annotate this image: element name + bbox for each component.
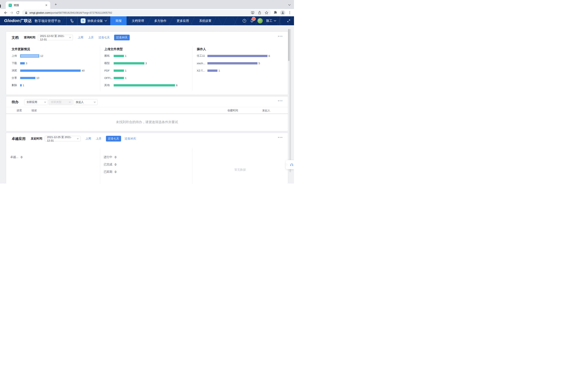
caret-down-icon [69, 37, 71, 38]
platform-title: 数字项目管理平台 [35, 19, 61, 23]
reload-button[interactable] [15, 9, 21, 16]
quick-link-last-month[interactable]: 上月 [88, 36, 94, 39]
column-header-progress: 进度 [17, 109, 22, 112]
browser-profile-avatar[interactable] [280, 10, 285, 15]
notifications-button[interactable]: 3 [250, 19, 254, 23]
app-switcher[interactable]: 协筑企业版 [77, 16, 110, 25]
share-icon[interactable] [258, 11, 261, 15]
url-domain: xmgl.glodon.com [29, 11, 50, 14]
status-value: 0 [115, 170, 116, 174]
initiate-time-label: 发起时间 [31, 137, 42, 141]
date-range-select[interactable]: 2021-12-25 至 2021-12-31 [45, 136, 81, 142]
quick-link-last-week[interactable]: 上周 [86, 137, 91, 141]
bar-label: 浏览 [12, 69, 20, 72]
help-icon[interactable]: ? [242, 19, 246, 23]
nav-tab-more-apps[interactable]: 更多应用 [172, 16, 194, 25]
bar-value: 3 [26, 62, 27, 65]
chart-title: 操作人 [197, 47, 288, 51]
tab-search-chevron-icon[interactable] [288, 3, 291, 7]
lock-icon [25, 11, 28, 15]
filter-all-apps-select[interactable]: 全部应用 [24, 99, 48, 105]
column-header-created-time: 创建时间 [224, 109, 241, 112]
status-completed: 已完成 0 [104, 163, 116, 166]
xiezhu-app-icon [81, 18, 86, 23]
status-value: 0 [115, 163, 116, 166]
logo-text-en: Glodon [4, 18, 20, 23]
scrollbar-thumb-inner[interactable] [288, 29, 290, 61]
svg-text:?: ? [244, 20, 245, 22]
collapse-chevron-icon: 〉 [286, 163, 289, 167]
bar-value: 1 [125, 54, 126, 58]
quick-link-past-7-days[interactable]: 过去七天 [99, 36, 110, 39]
stat-value: 0 [21, 156, 22, 159]
quick-link-past-30-days-active[interactable]: 过去30天 [114, 35, 130, 40]
browser-tab[interactable]: ‹› 简报 ✕ [6, 1, 50, 9]
tab-strip: ‹› 简报 ✕ + [0, 0, 294, 9]
back-button[interactable] [2, 9, 9, 16]
excellent-more-button[interactable]: ··· [278, 135, 283, 140]
date-range-select[interactable]: 2021-12-02 至 2021-12-31 [38, 35, 73, 40]
browser-toolbar: xmgl.glodon.com/portal/587991629410816/?… [0, 9, 294, 16]
install-app-icon[interactable] [251, 11, 255, 15]
glodon-logo: Glodon 广联达 数字项目管理平台 [0, 18, 61, 24]
nav-tab-document-management[interactable]: 文档管理 [127, 16, 149, 25]
filter-all-types-select-disabled[interactable]: 全部类型 [49, 99, 73, 105]
excellent-count-stat: 卓越... 0 [10, 155, 22, 159]
excellent-card-title: 卓越应用 [12, 136, 26, 141]
nav-tab-system-settings[interactable]: 系统设置 [194, 16, 216, 25]
new-tab-button[interactable]: + [53, 2, 58, 7]
forward-button[interactable] [9, 9, 15, 16]
chart-row: OFFI...1 [104, 74, 192, 82]
bar-value: 1 [23, 84, 24, 87]
todo-card: 待办 全部应用 全部类型 发起人 ··· 进度 描述 创建时间 发起人 未找到符… [6, 96, 288, 131]
chevron-down-icon [274, 20, 276, 22]
quick-link-last-month[interactable]: 上月 [96, 137, 102, 141]
scrollbar-thumb-page[interactable] [290, 29, 291, 172]
bar [208, 62, 258, 64]
bar-value: 10 [36, 76, 39, 80]
bar-value: 40 [82, 69, 85, 72]
chart-row: 其他6 [104, 82, 192, 89]
user-avatar[interactable] [258, 18, 263, 24]
person-icon [281, 11, 285, 14]
bar-label: 下载 [12, 61, 20, 65]
chart-row: 下载3 [12, 59, 100, 67]
chart-row: XZ-T...1 [197, 67, 288, 74]
fullscreen-button[interactable] [283, 16, 294, 25]
bar-value: 6 [268, 54, 270, 58]
app-navbar: Glodon 广联达 数字项目管理平台 协筑企业版 简报 文档管理 多方协作 更… [0, 16, 294, 25]
notification-badge: 3 [252, 17, 256, 21]
support-float-button[interactable]: 〉 [286, 160, 294, 169]
org-structure-button[interactable] [67, 16, 77, 25]
address-bar[interactable]: xmgl.glodon.com/portal/587991629410816/?… [22, 10, 271, 16]
status-label: 已延期 [104, 170, 112, 174]
filter-initiator-select[interactable]: 发起人 [73, 99, 98, 105]
nav-tab-briefing[interactable]: 简报 [110, 16, 127, 25]
quick-link-past-7-days-active[interactable]: 过去七天 [106, 136, 121, 142]
bar-value: 5 [259, 62, 260, 65]
bar-value: 3 [145, 62, 147, 65]
status-label: 已完成 [104, 163, 112, 166]
documents-more-button[interactable]: ··· [278, 34, 283, 39]
chart-row: 分享10 [12, 74, 100, 82]
todo-more-button[interactable]: ··· [278, 99, 283, 103]
tab-close-icon[interactable]: ✕ [44, 3, 48, 7]
window-edge [0, 4, 1, 8]
extensions-puzzle-icon[interactable] [273, 11, 277, 15]
chart-row: PDF1 [104, 67, 192, 74]
nav-tab-multi-party-collaboration[interactable]: 多方协作 [149, 16, 172, 25]
quick-link-past-30-days[interactable]: 过去30天 [125, 137, 136, 141]
bar [20, 62, 25, 64]
bar [20, 54, 39, 58]
user-menu[interactable]: 陈工 [266, 19, 276, 23]
chart-row: 删除1 [12, 82, 100, 89]
bar-label: 分享 [12, 76, 20, 80]
tab-favicon: ‹› [9, 4, 12, 7]
chart-row: 模型3 [104, 59, 192, 67]
url-text: xmgl.glodon.com/portal/587991629410816/?… [29, 11, 248, 14]
caret-down-icon [77, 138, 79, 140]
chart-operators: 操作人 任工116xiezh...5XZ-T...1 [192, 47, 288, 74]
quick-link-last-week[interactable]: 上周 [78, 36, 83, 39]
browser-menu-dots-icon[interactable] [288, 11, 292, 15]
bookmark-star-icon[interactable] [265, 11, 268, 15]
